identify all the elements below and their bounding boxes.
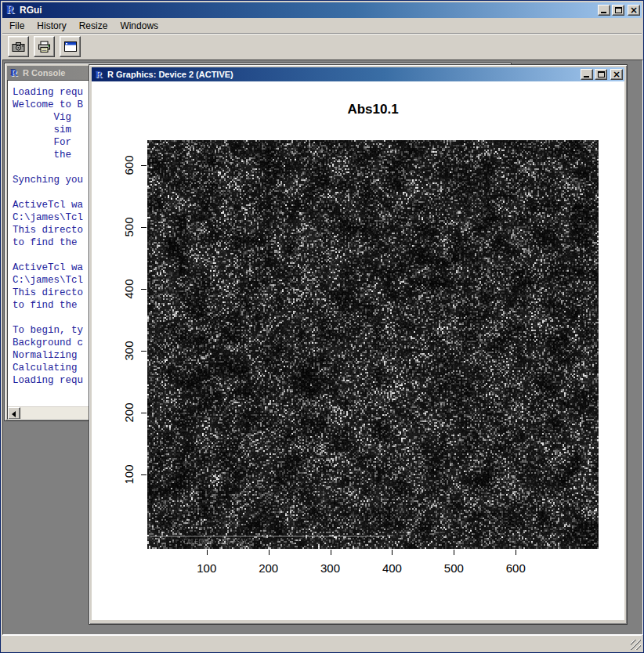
graphics-window-title: R Graphics: Device 2 (ACTIVE) bbox=[107, 70, 581, 79]
rgui-window: R RGui × FileHistoryResizeWindows bbox=[0, 0, 644, 653]
scroll-left-button[interactable] bbox=[8, 407, 20, 420]
x-axis-tick bbox=[269, 550, 270, 555]
minimize-icon bbox=[601, 12, 606, 13]
x-axis-label: 300 bbox=[320, 561, 340, 575]
y-axis-tick bbox=[141, 474, 147, 475]
y-axis-label: 500 bbox=[122, 217, 136, 236]
x-axis-label: 400 bbox=[382, 561, 402, 575]
copy-to-clipboard-button[interactable] bbox=[8, 36, 29, 57]
graphics-close-button[interactable]: × bbox=[610, 69, 623, 80]
graphics-title-bar[interactable]: R R Graphics: Device 2 (ACTIVE) × bbox=[92, 67, 624, 81]
close-icon: × bbox=[628, 5, 639, 16]
y-axis-label: 600 bbox=[122, 155, 136, 175]
x-axis-tick bbox=[207, 550, 208, 555]
status-bar bbox=[2, 635, 642, 651]
x-axis-label: 200 bbox=[259, 561, 278, 575]
close-button[interactable]: × bbox=[628, 5, 640, 16]
x-axis-label: 600 bbox=[506, 561, 526, 575]
console-window-icon bbox=[63, 41, 78, 53]
r-logo-icon: R bbox=[4, 4, 16, 16]
y-axis-tick bbox=[141, 165, 147, 166]
y-axis-tick bbox=[141, 351, 147, 352]
minimize-button[interactable] bbox=[598, 5, 610, 16]
main-title-bar[interactable]: R RGui × bbox=[2, 2, 642, 18]
printer-icon bbox=[38, 41, 52, 53]
plot-title: Abs10.1 bbox=[147, 102, 599, 117]
y-axis-label: 400 bbox=[122, 279, 136, 298]
x-axis-tick bbox=[454, 550, 454, 555]
mdi-area: R R Console Loading requWelcome to B Vig… bbox=[2, 60, 643, 635]
camera-icon bbox=[12, 41, 26, 53]
x-axis-tick bbox=[392, 550, 393, 555]
y-axis-tick bbox=[141, 413, 147, 413]
menu-item-resize[interactable]: Resize bbox=[74, 19, 114, 33]
menu-item-windows[interactable]: Windows bbox=[114, 19, 164, 33]
menu-item-history[interactable]: History bbox=[31, 19, 71, 33]
graphics-maximize-button[interactable] bbox=[595, 69, 607, 80]
x-axis-tick bbox=[331, 550, 331, 555]
y-axis-label: 100 bbox=[122, 465, 136, 485]
menu-bar: FileHistoryResizeWindows bbox=[2, 18, 642, 33]
x-axis-label: 500 bbox=[444, 561, 464, 575]
x-axis-tick bbox=[516, 550, 516, 555]
maximize-icon bbox=[615, 7, 622, 13]
maximize-icon bbox=[598, 71, 605, 78]
arrow-left-icon bbox=[12, 411, 16, 417]
plot-area: Abs10.1 10020030040050060010020030040050… bbox=[92, 81, 624, 620]
print-button[interactable] bbox=[34, 36, 55, 57]
toolbar bbox=[2, 33, 642, 60]
maximize-button[interactable] bbox=[612, 5, 624, 16]
menu-item-file[interactable]: File bbox=[4, 19, 30, 33]
graphics-window: R R Graphics: Device 2 (ACTIVE) × Abs10.… bbox=[89, 64, 628, 625]
graphics-minimize-button[interactable] bbox=[581, 69, 593, 80]
y-axis-label: 200 bbox=[122, 402, 136, 422]
r-logo-icon: R bbox=[9, 67, 20, 78]
y-axis-label: 300 bbox=[122, 341, 136, 360]
microarray-image bbox=[147, 140, 599, 549]
minimize-icon bbox=[584, 76, 589, 78]
x-axis-label: 100 bbox=[197, 561, 216, 575]
console-button[interactable] bbox=[60, 36, 81, 57]
close-icon: × bbox=[611, 69, 622, 80]
y-axis-tick bbox=[141, 227, 147, 228]
y-axis-tick bbox=[141, 289, 147, 290]
r-logo-icon: R bbox=[93, 69, 104, 80]
resize-grip[interactable] bbox=[631, 640, 641, 650]
main-window-title: RGui bbox=[20, 5, 598, 16]
